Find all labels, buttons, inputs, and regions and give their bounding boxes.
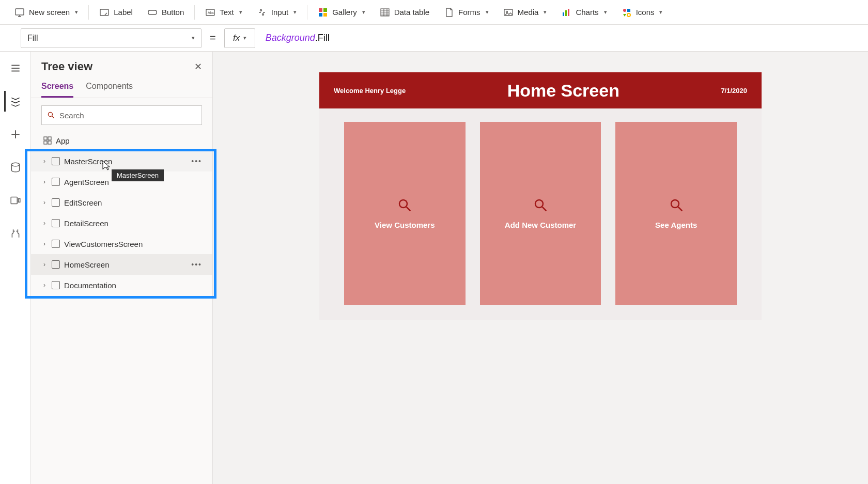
formula-identifier: Background	[266, 33, 315, 43]
chevron-down-icon: ▾	[243, 35, 246, 41]
chevron-right-icon[interactable]: ›	[41, 220, 48, 227]
svg-point-28	[399, 200, 407, 208]
charts-button[interactable]: Charts ▾	[555, 4, 613, 21]
rail-insert[interactable]	[5, 124, 26, 145]
tree-node-screen[interactable]: › EditScreen	[31, 192, 212, 213]
text-button[interactable]: Abc Text ▾	[199, 4, 249, 21]
date-text: 7/1/2020	[721, 87, 747, 95]
rail-tools[interactable]	[5, 223, 26, 244]
chevron-down-icon: ▾	[293, 9, 297, 15]
svg-rect-26	[44, 141, 47, 144]
icons-label: Icons	[636, 8, 655, 17]
tab-components[interactable]: Components	[86, 77, 133, 98]
tree-node-app[interactable]: App	[31, 130, 212, 151]
svg-rect-18	[627, 9, 630, 12]
rail-media[interactable]	[5, 190, 26, 211]
chevron-right-icon[interactable]: ›	[41, 240, 48, 247]
left-rail	[0, 52, 31, 484]
button-button[interactable]: Button	[141, 4, 190, 21]
media-button[interactable]: Media ▾	[497, 4, 553, 21]
tile-see-agents[interactable]: See Agents	[615, 122, 737, 305]
chevron-down-icon: ▾	[362, 9, 365, 15]
formula-property: .Fill	[315, 33, 330, 43]
tile-label: View Customers	[375, 221, 435, 229]
property-selector[interactable]: Fill ▾	[21, 28, 202, 48]
data-table-icon	[380, 7, 390, 18]
svg-point-17	[623, 9, 626, 12]
screen-icon	[52, 178, 60, 186]
label-button[interactable]: Label	[93, 4, 139, 21]
tree-node-screen[interactable]: › MasterScreen •••	[31, 151, 212, 171]
canvas-area[interactable]: Welcome Henry Legge Home Screen 7/1/2020…	[213, 52, 868, 484]
svg-point-6	[262, 13, 264, 15]
chevron-right-icon[interactable]: ›	[41, 261, 48, 268]
data-table-label: Data table	[394, 8, 429, 17]
chevron-down-icon: ▾	[659, 9, 662, 15]
chevron-down-icon: ▾	[604, 9, 607, 15]
input-label: Input	[271, 8, 288, 17]
gallery-button[interactable]: Gallery ▾	[312, 4, 371, 21]
close-icon[interactable]: ✕	[194, 61, 202, 72]
tree-node-screen[interactable]: › HomeScreen •••	[31, 254, 212, 275]
more-icon[interactable]: •••	[191, 260, 202, 269]
ribbon-separator	[307, 5, 307, 20]
svg-rect-24	[44, 137, 47, 140]
more-icon[interactable]: •••	[191, 157, 202, 165]
svg-text:Abc: Abc	[208, 11, 214, 14]
tree-label: App	[56, 136, 70, 145]
screen-icon	[52, 260, 60, 269]
tree-node-screen[interactable]: › Documentation	[31, 275, 212, 295]
app-canvas[interactable]: Welcome Henry Legge Home Screen 7/1/2020…	[319, 72, 762, 320]
formula-input[interactable]: Background.Fill	[261, 28, 868, 48]
text-icon: Abc	[205, 7, 215, 18]
media-label: Media	[518, 8, 539, 17]
chevron-down-icon: ▾	[239, 9, 242, 15]
svg-point-23	[48, 112, 52, 116]
data-table-button[interactable]: Data table	[374, 4, 436, 21]
rail-hamburger[interactable]	[5, 58, 26, 79]
icons-button[interactable]: Icons ▾	[615, 4, 669, 21]
screen-icon	[52, 240, 60, 248]
chevron-right-icon[interactable]: ›	[41, 199, 48, 206]
chevron-right-icon[interactable]: ›	[41, 178, 48, 185]
app-icon	[43, 136, 52, 145]
svg-rect-25	[48, 137, 51, 140]
welcome-text: Welcome Henry Legge	[334, 87, 406, 95]
tree-label: MasterScreen	[64, 157, 112, 166]
gallery-label: Gallery	[332, 8, 357, 17]
forms-button[interactable]: Forms ▾	[438, 4, 495, 21]
insert-ribbon: New screen ▾ Label Button Abc Text ▾ Inp…	[0, 0, 868, 25]
ribbon-separator	[194, 5, 195, 20]
equals-sign: =	[208, 32, 218, 44]
tree: App › MasterScreen ••• MasterScreen ›	[31, 130, 212, 300]
input-button[interactable]: Input ▾	[251, 4, 303, 21]
svg-rect-10	[323, 13, 327, 17]
panel-title: Tree view	[41, 60, 92, 73]
tree-node-screen[interactable]: › ViewCustomersScreen	[31, 233, 212, 254]
new-screen-button[interactable]: New screen ▾	[8, 4, 84, 21]
svg-rect-7	[319, 8, 322, 12]
tile-view-customers[interactable]: View Customers	[344, 122, 466, 305]
tree-node-screen[interactable]: › DetailScreen	[31, 213, 212, 233]
chevron-down-icon: ▾	[486, 9, 489, 15]
chevron-right-icon[interactable]: ›	[41, 158, 48, 165]
tree-label: HomeScreen	[64, 260, 110, 269]
forms-icon	[444, 7, 454, 18]
rail-tree-view[interactable]	[4, 91, 25, 112]
chevron-right-icon[interactable]: ›	[41, 282, 48, 289]
tab-screens[interactable]: Screens	[41, 77, 73, 98]
screen-icon	[52, 219, 60, 227]
charts-icon	[561, 7, 571, 18]
panel-tabs: Screens Components	[31, 77, 212, 98]
tile-add-customer[interactable]: Add New Customer	[480, 122, 601, 305]
svg-point-20	[11, 163, 19, 166]
svg-point-29	[535, 200, 543, 208]
rail-data[interactable]	[5, 157, 26, 178]
icons-icon	[622, 7, 632, 18]
chevron-down-icon: ▾	[544, 9, 547, 15]
app-body: View Customers Add New Customer See Agen…	[319, 108, 762, 320]
screen-title: Home Screen	[507, 81, 619, 101]
search-input[interactable]: Search	[41, 105, 202, 125]
screen-icon	[14, 7, 25, 18]
fx-button[interactable]: fx ▾	[224, 28, 255, 48]
